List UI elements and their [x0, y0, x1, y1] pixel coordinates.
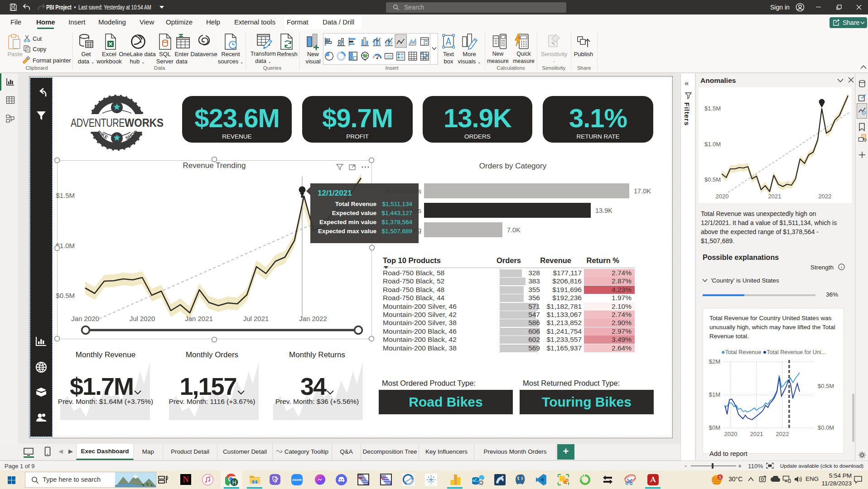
svg-text:2020: 2020 [716, 193, 729, 200]
svg-text:Jan 2021: Jan 2021 [185, 315, 213, 322]
svg-text:2021: 2021 [768, 193, 781, 200]
svg-text:$1M: $1M [709, 391, 720, 398]
svg-text:1: 1 [719, 475, 722, 479]
svg-text:2020: 2020 [724, 431, 738, 437]
svg-text:$1.0M: $1.0M [704, 141, 721, 148]
svg-text:WORKS: WORKS [125, 116, 164, 129]
svg-text:2021: 2021 [750, 431, 763, 437]
svg-text:2022: 2022 [819, 193, 832, 200]
svg-text:$0M: $0M [709, 424, 720, 431]
svg-text:$0.5M: $0.5M [704, 176, 721, 183]
svg-text:ADVENTURE: ADVENTURE [71, 116, 125, 129]
svg-text:Jan 2020: Jan 2020 [71, 315, 99, 322]
svg-text:$0.0M: $0.0M [818, 424, 834, 431]
svg-text:13.9K: 13.9K [595, 207, 612, 214]
svg-text:H: H [232, 479, 236, 486]
svg-text:$1.5M: $1.5M [56, 192, 75, 199]
svg-text:FFC: FFC [359, 475, 363, 477]
svg-text:17.0K: 17.0K [634, 187, 651, 195]
svg-text:$1.5M: $1.5M [704, 105, 721, 112]
svg-text:Jul 2020: Jul 2020 [130, 315, 155, 322]
svg-text:$2M: $2M [709, 358, 720, 365]
svg-text:Jul 2021: Jul 2021 [243, 315, 269, 322]
svg-text:Jan 2022: Jan 2022 [299, 315, 327, 322]
svg-text:2022: 2022 [776, 431, 789, 437]
svg-text:123: 123 [386, 54, 391, 58]
svg-text:i: i [841, 265, 842, 269]
svg-text:7.0K: 7.0K [507, 226, 521, 234]
svg-text:$0.5M: $0.5M [818, 383, 834, 389]
svg-text:$0.5M: $0.5M [56, 292, 75, 299]
